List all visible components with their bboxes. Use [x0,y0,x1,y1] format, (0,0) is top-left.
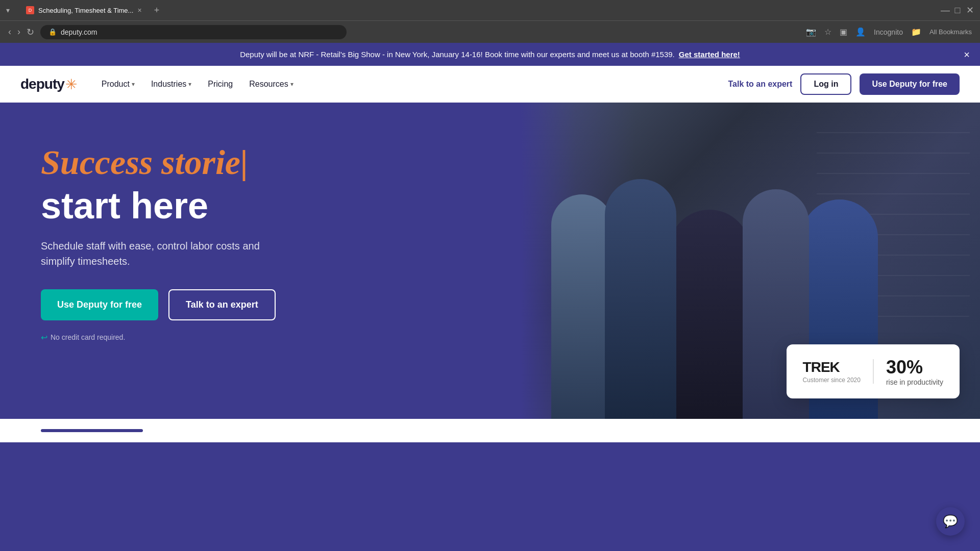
banner-close-button[interactable]: × [964,48,970,60]
back-button[interactable]: ‹ [8,27,11,37]
new-tab-button[interactable]: + [154,5,160,16]
hero-talk-expert-button[interactable]: Talk to an expert [168,289,276,320]
nav-industries[interactable]: Industries ▾ [151,80,191,89]
hero-note: ↩ No credit card required. [41,333,337,342]
industries-chevron-icon: ▾ [188,81,191,88]
camera-icon[interactable]: 📷 [806,27,816,37]
hero-section: Success storie| start here Schedule staf… [0,103,980,419]
announcement-cta[interactable]: Get started here! [679,50,740,59]
nav-product[interactable]: Product ▾ [102,80,135,89]
trek-brand: TREK [803,359,840,375]
all-bookmarks-label: All Bookmarks [929,28,972,36]
incognito-label: Incognito [874,28,903,36]
trek-stats: 30% rise in productivity [886,357,943,386]
hero-title-bold: start here [41,186,337,226]
bookmarks-icon[interactable]: 📁 [911,27,921,37]
trek-description: rise in productivity [886,378,943,386]
sidebar-icon[interactable]: ▣ [840,27,847,37]
cursor-icon: | [240,143,248,182]
nav-links: Product ▾ Industries ▾ Pricing Resources… [102,80,728,89]
resources-chevron-icon: ▾ [290,81,293,88]
active-tab[interactable]: D Scheduling, Timesheet & Time... × [18,2,150,18]
hero-photo: TREK Customer since 2020 30% rise in pro… [521,103,980,419]
nav-login-button[interactable]: Log in [800,73,851,95]
maximize-button[interactable]: □ [953,6,962,14]
logo-star-icon: ✳ [65,76,77,93]
browser-chrome: ▾ D Scheduling, Timesheet & Time... × + … [0,0,980,43]
lock-icon: 🔒 [48,28,57,36]
hero-title-cursive: Success storie| [41,143,337,182]
reload-button[interactable]: ↻ [27,27,34,38]
hero-content: Success storie| start here Schedule staf… [41,133,337,342]
logo-text: deputy [20,76,64,92]
window-controls: — □ ✕ [941,6,974,14]
browser-toolbar: ‹ › ↻ 🔒 deputy.com 📷 ☆ ▣ 👤 Incognito 📁 A… [0,20,980,43]
profile-icon[interactable]: 👤 [855,27,866,37]
nav-resources[interactable]: Resources ▾ [249,80,293,89]
logo[interactable]: deputy ✳ [20,76,77,93]
bottom-bar-indicator [41,429,143,432]
tab-title: Scheduling, Timesheet & Time... [38,7,133,14]
trek-card: TREK Customer since 2020 30% rise in pro… [787,344,960,398]
trek-logo-area: TREK Customer since 2020 [803,359,874,384]
navbar: deputy ✳ Product ▾ Industries ▾ Pricing … [0,66,980,103]
nav-use-free-button[interactable]: Use Deputy for free [860,73,960,95]
nav-pricing[interactable]: Pricing [208,80,233,89]
person-2 [605,179,676,419]
nav-talk-expert-button[interactable]: Talk to an expert [728,80,792,89]
person-3 [669,210,750,419]
hero-image-container: TREK Customer since 2020 30% rise in pro… [521,103,980,419]
hero-subtitle: Schedule staff with ease, control labor … [41,238,265,269]
bottom-hint [0,419,980,442]
tab-favicon: D [26,6,34,14]
address-bar[interactable]: 🔒 deputy.com [40,25,347,39]
hero-buttons: Use Deputy for free Talk to an expert [41,289,337,320]
minimize-button[interactable]: — [941,6,949,14]
nav-actions: Talk to an expert Log in Use Deputy for … [728,73,960,95]
person-1 [551,194,612,419]
url-display: deputy.com [61,28,97,36]
close-button[interactable]: ✕ [966,6,974,14]
tab-close-button[interactable]: × [137,6,141,14]
announcement-banner: Deputy will be at NRF - Retail's Big Sho… [0,43,980,66]
forward-button[interactable]: › [17,27,20,37]
product-chevron-icon: ▾ [132,81,135,88]
bookmark-star-icon[interactable]: ☆ [824,27,831,37]
page-content: Deputy will be at NRF - Retail's Big Sho… [0,43,980,442]
recycle-icon: ↩ [41,333,47,342]
announcement-text: Deputy will be at NRF - Retail's Big Sho… [240,50,675,59]
toolbar-right: 📷 ☆ ▣ 👤 Incognito 📁 All Bookmarks [806,27,972,37]
browser-titlebar: ▾ D Scheduling, Timesheet & Time... × + … [0,0,980,20]
trek-percent: 30% [886,357,923,378]
trek-since: Customer since 2020 [803,377,861,384]
hero-use-free-button[interactable]: Use Deputy for free [41,289,158,320]
tab-dropdown-icon[interactable]: ▾ [6,6,10,14]
